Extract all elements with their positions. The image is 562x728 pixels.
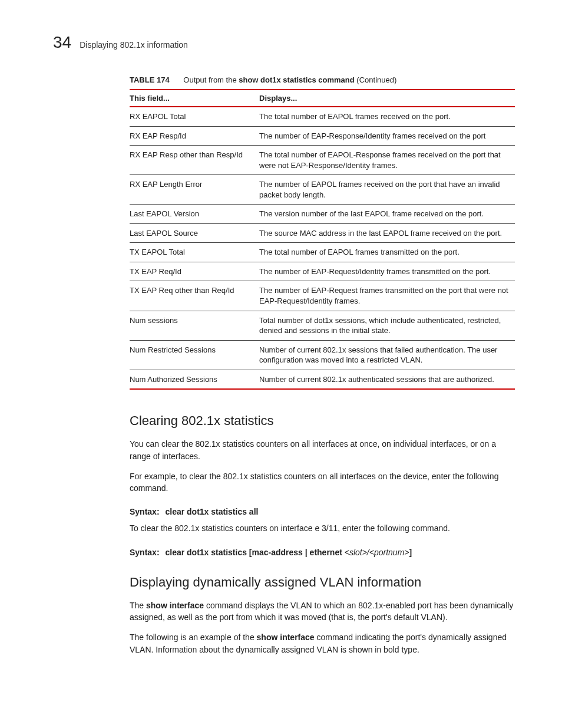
heading-clearing-stats: Clearing 802.1x statistics bbox=[130, 413, 515, 429]
syntax-tail: ] bbox=[409, 548, 412, 557]
table-row: Last EAPOL VersionThe version number of … bbox=[130, 205, 515, 224]
cell-desc: The number of EAP-Request frames transmi… bbox=[259, 281, 515, 311]
para-clearing-2: For example, to clear the 802.1x statist… bbox=[130, 470, 515, 495]
page: 34 Displaying 802.1x information TABLE 1… bbox=[0, 0, 562, 728]
table-caption: TABLE 174 Output from the show dot1x sta… bbox=[130, 75, 515, 84]
cell-field: Last EAPOL Source bbox=[130, 223, 259, 243]
cell-desc: The version number of the last EAPOL fra… bbox=[259, 205, 515, 224]
table-row: Num sessionsTotal number of dot1x sessio… bbox=[130, 311, 515, 340]
para-vlan-1: The show interface command displays the … bbox=[130, 599, 515, 624]
cell-field: Num Authorized Sessions bbox=[130, 370, 259, 389]
cell-desc: Total number of dot1x sessions, which in… bbox=[259, 311, 515, 340]
cell-desc: Number of current 802.1x authenticated s… bbox=[259, 370, 515, 389]
table-row: Num Restricted SessionsNumber of current… bbox=[130, 340, 515, 370]
syntax-param: <slot>/<portnum> bbox=[345, 548, 409, 557]
page-section-title: Displaying 802.1x information bbox=[80, 40, 188, 50]
cell-field: Num Restricted Sessions bbox=[130, 340, 259, 370]
cell-desc: The total number of EAPOL frames receive… bbox=[259, 107, 515, 126]
table-row: RX EAP Length ErrorThe number of EAPOL f… bbox=[130, 175, 515, 205]
table-row: Num Authorized SessionsNumber of current… bbox=[130, 370, 515, 389]
table-row: TX EAPOL TotalThe total number of EAPOL … bbox=[130, 243, 515, 262]
cell-desc: Number of current 802.1x sessions that f… bbox=[259, 340, 515, 370]
table-head-row: This field... Displays... bbox=[130, 90, 515, 107]
table-row: Last EAPOL SourceThe source MAC address … bbox=[130, 223, 515, 243]
table-row: TX EAP Req/IdThe number of EAP-Request/I… bbox=[130, 262, 515, 281]
syntax-command: clear dot1x statistics all bbox=[165, 507, 258, 516]
syntax-command: clear dot1x statistics [mac-address | et… bbox=[165, 548, 344, 557]
caption-command: show dot1x statistics command bbox=[239, 75, 355, 84]
cell-field: RX EAP Length Error bbox=[130, 175, 259, 205]
table-row: TX EAP Req other than Req/IdThe number o… bbox=[130, 281, 515, 311]
cell-desc: The number of EAP-Response/Identity fram… bbox=[259, 126, 515, 146]
text-pre: The bbox=[130, 601, 146, 610]
cell-desc: The source MAC address in the last EAPOL… bbox=[259, 223, 515, 243]
table-row: RX EAP Resp/IdThe number of EAP-Response… bbox=[130, 126, 515, 146]
para-vlan-2: The following is an example of the show … bbox=[130, 631, 515, 655]
page-header: 34 Displaying 802.1x information bbox=[53, 33, 515, 52]
text-pre: The following is an example of the bbox=[130, 633, 257, 642]
table-row: RX EAP Resp other than Resp/IdThe total … bbox=[130, 146, 515, 175]
cell-field: TX EAP Req other than Req/Id bbox=[130, 281, 259, 311]
cell-desc: The number of EAP-Request/Identity frame… bbox=[259, 262, 515, 281]
cell-field: RX EAP Resp other than Resp/Id bbox=[130, 146, 259, 175]
syntax-clear-all: Syntax: clear dot1x statistics all bbox=[130, 507, 515, 516]
cmd-show-interface: show interface bbox=[257, 633, 315, 642]
caption-suffix: (Continued) bbox=[355, 75, 397, 84]
fields-table: This field... Displays... RX EAPOL Total… bbox=[130, 89, 515, 390]
heading-vlan-info: Displaying dynamically assigned VLAN inf… bbox=[130, 575, 515, 590]
cell-field: TX EAPOL Total bbox=[130, 243, 259, 262]
syntax-label: Syntax: bbox=[130, 548, 160, 557]
table-label: TABLE 174 bbox=[130, 75, 170, 84]
cell-desc: The number of EAPOL frames received on t… bbox=[259, 175, 515, 205]
para-clearing-3: To clear the 802.1x statistics counters … bbox=[130, 522, 515, 534]
cell-field: TX EAP Req/Id bbox=[130, 262, 259, 281]
col-head-displays: Displays... bbox=[259, 90, 515, 107]
cell-field: Num sessions bbox=[130, 311, 259, 340]
caption-prefix: Output from the bbox=[183, 75, 239, 84]
table-174: TABLE 174 Output from the show dot1x sta… bbox=[130, 75, 515, 390]
cmd-show-interface: show interface bbox=[146, 601, 204, 610]
col-head-field: This field... bbox=[130, 90, 259, 107]
main-content: Clearing 802.1x statistics You can clear… bbox=[130, 413, 515, 655]
cell-field: RX EAP Resp/Id bbox=[130, 126, 259, 146]
para-clearing-1: You can clear the 802.1x statistics coun… bbox=[130, 438, 515, 462]
cell-field: RX EAPOL Total bbox=[130, 107, 259, 126]
table-row: RX EAPOL TotalThe total number of EAPOL … bbox=[130, 107, 515, 126]
page-number: 34 bbox=[53, 33, 71, 52]
cell-desc: The total number of EAPOL-Response frame… bbox=[259, 146, 515, 175]
syntax-clear-interface: Syntax: clear dot1x statistics [mac-addr… bbox=[130, 548, 515, 557]
syntax-label: Syntax: bbox=[130, 507, 160, 516]
cell-field: Last EAPOL Version bbox=[130, 205, 259, 224]
cell-desc: The total number of EAPOL frames transmi… bbox=[259, 243, 515, 262]
